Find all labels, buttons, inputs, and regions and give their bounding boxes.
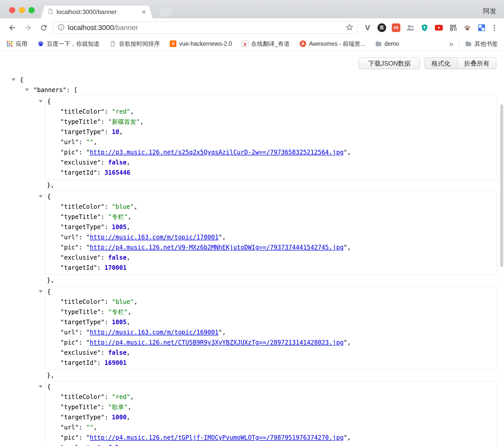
json-array-open-line: "banners": [ <box>0 85 504 95</box>
tab-close-icon[interactable]: × <box>142 8 146 16</box>
forward-button[interactable] <box>22 22 34 33</box>
json-punct: { <box>20 76 23 83</box>
bookmarks-right-section: » 其他书签 <box>449 40 498 48</box>
window-controls <box>9 7 35 13</box>
json-object-box: {"titleColor": "blue","typeTitle": "专栏",… <box>45 286 497 370</box>
new-tab-button[interactable] <box>158 8 174 16</box>
json-punct: " <box>86 234 90 241</box>
json-punct: , <box>134 203 137 210</box>
qr-code-extension-icon[interactable] <box>448 23 458 33</box>
people-extension-icon[interactable] <box>405 23 415 33</box>
json-punct: : <box>79 424 86 431</box>
paw-extension-icon[interactable] <box>462 23 472 33</box>
reload-button[interactable] <box>38 22 49 33</box>
json-punct: : <box>97 359 105 366</box>
json-punct: { <box>47 288 51 295</box>
collapse-toggle-icon[interactable] <box>39 195 43 198</box>
json-string-value: "red" <box>112 393 130 400</box>
json-punct: { <box>47 98 51 105</box>
profile-name[interactable]: 阿发 <box>483 7 496 16</box>
json-url-link[interactable]: http://p3.music.126.net/s25q2x5QyqsAzilC… <box>90 149 344 156</box>
json-punct: : <box>79 244 86 251</box>
collapse-toggle-icon[interactable] <box>39 385 43 388</box>
checker-extension-icon[interactable] <box>477 23 487 33</box>
bookmark-label: 在线翻译_有道 <box>251 40 290 48</box>
json-property-line: "typeTitle": "专栏", <box>45 212 497 222</box>
bookmark-item[interactable]: demo <box>375 40 399 47</box>
bookmark-item[interactable]: y在线翻译_有道 <box>242 40 290 48</box>
json-punct: , <box>128 213 131 220</box>
bookmark-item[interactable]: AAwesomes - 前端资... <box>299 40 365 48</box>
translate-extension-icon[interactable]: 英 <box>377 23 387 33</box>
minimize-window-button[interactable] <box>19 7 25 13</box>
json-punct: : <box>101 159 108 166</box>
bookmarks-bar: 应用百度一下，你就知道谷歌按时间排序Vvue-hackernews-2.0y在线… <box>0 37 504 51</box>
download-json-button[interactable]: 下载JSON数据 <box>359 57 420 69</box>
bookmark-item[interactable]: Vvue-hackernews-2.0 <box>170 40 232 47</box>
json-property-line: "titleColor": "red", <box>45 392 497 402</box>
vimium-extension-icon[interactable]: V <box>362 23 373 33</box>
address-bar[interactable]: localhost:3000/banner <box>53 22 357 34</box>
json-punct: : <box>79 329 86 336</box>
json-property-line: "pic": "http://p4.music.126.net/tGPljf-I… <box>45 433 497 443</box>
json-key: "url" <box>60 139 79 146</box>
json-property-line: "typeTitle": "歌单", <box>45 402 497 412</box>
collapse-all-button[interactable]: 折叠所有 <box>457 57 496 69</box>
other-bookmarks-button[interactable]: 其他书签 <box>465 40 498 48</box>
json-boolean-value: false <box>108 444 127 446</box>
page-info-icon[interactable] <box>57 23 65 32</box>
json-key: "url" <box>60 234 79 241</box>
close-window-button[interactable] <box>9 7 15 13</box>
back-button[interactable] <box>7 22 18 33</box>
bookmark-label: Awesomes - 前端资... <box>309 40 365 48</box>
browser-menu-button[interactable] <box>489 22 500 33</box>
folder-icon <box>375 40 382 47</box>
json-punct: , <box>347 434 351 441</box>
tab-strip: localhost:3000/banner × 阿发 <box>0 0 504 18</box>
json-url-link[interactable]: http://p4.music.126.net/tGPljf-IMOCyPvum… <box>90 434 344 441</box>
back-arrow-icon <box>8 23 17 32</box>
json-boolean-value: false <box>108 159 127 166</box>
json-punct: : <box>104 203 112 210</box>
json-url-link[interactable]: http://p4.music.126.net/V9-MXz6b2MNhEKju… <box>90 244 344 251</box>
url-text: localhost:3000/banner <box>68 24 138 32</box>
json-punct: " <box>344 339 347 346</box>
bookmark-star-icon[interactable] <box>345 23 354 32</box>
shield-extension-icon[interactable] <box>419 23 430 33</box>
bookmark-label: 谷歌按时间排序 <box>119 40 160 48</box>
json-punct: : <box>79 234 86 241</box>
bookmark-item[interactable]: 谷歌按时间排序 <box>109 40 160 48</box>
collapse-toggle-icon[interactable] <box>39 100 43 103</box>
fullscreen-window-button[interactable] <box>29 7 35 13</box>
json-property-line: "targetId": 170001 <box>45 263 497 273</box>
json-punct: : <box>79 434 86 441</box>
fehelper-extension-icon[interactable]: FE <box>391 23 401 33</box>
json-object-open-line: { <box>45 191 497 202</box>
json-property-line: "url": "", <box>45 137 497 147</box>
json-punct: : <box>104 414 112 421</box>
json-punct: " <box>218 329 222 336</box>
json-url-link[interactable]: http://p4.music.126.net/CTU5B9R9y3XyYBZX… <box>90 339 344 346</box>
json-punct: , <box>119 128 123 136</box>
reload-icon <box>40 24 48 32</box>
json-property-line: "titleColor": "red", <box>45 107 497 117</box>
awesomes-icon: A <box>299 40 306 47</box>
folder-icon <box>465 40 472 47</box>
json-key: "titleColor" <box>60 203 104 210</box>
collapse-toggle-icon[interactable] <box>11 78 16 81</box>
json-url-link[interactable]: http://music.163.com/m/topic/170001 <box>90 234 219 241</box>
bookmark-item[interactable]: 百度一下，你就知道 <box>37 40 100 48</box>
youtube-extension-icon[interactable] <box>434 23 444 33</box>
bookmark-item[interactable]: 应用 <box>6 40 27 48</box>
json-punct: : <box>101 118 108 125</box>
json-key: "titleColor" <box>60 108 104 115</box>
json-punct: : <box>79 149 86 156</box>
format-button[interactable]: 格式化 <box>425 57 457 69</box>
json-boolean-value: false <box>108 349 127 356</box>
json-url-link[interactable]: http://music.163.com/m/topic/169001 <box>90 329 219 336</box>
collapse-toggle-icon[interactable] <box>39 290 43 293</box>
vertical-scrollbar[interactable] <box>500 104 503 267</box>
collapse-toggle-icon[interactable] <box>25 88 29 91</box>
bookmarks-overflow-chevron[interactable]: » <box>449 40 453 48</box>
browser-tab[interactable]: localhost:3000/banner × <box>41 6 153 18</box>
